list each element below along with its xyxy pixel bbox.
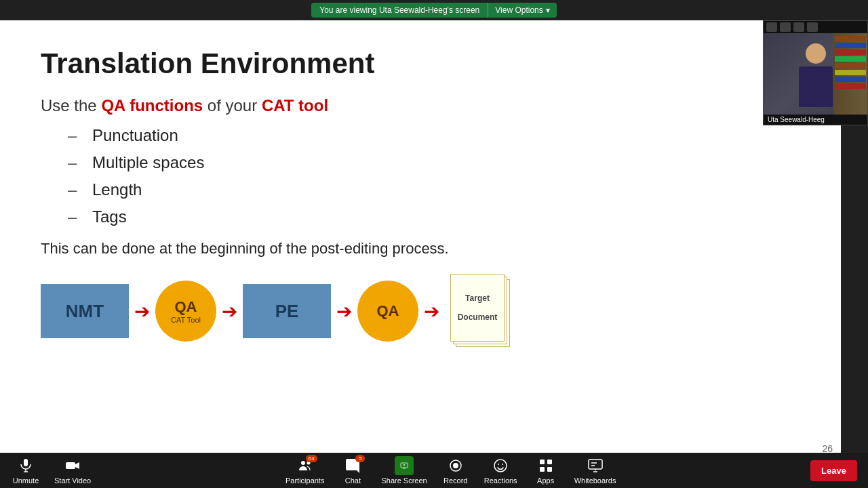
target-doc-line2: Document: [458, 312, 498, 322]
bullet-list: – Punctuation – Multiple spaces – Length…: [68, 126, 800, 226]
qa1-label: QA: [175, 298, 197, 316]
bullet-text: Punctuation: [92, 126, 178, 145]
qa-circle: QA: [357, 281, 418, 342]
slide-content: Translation Environment Use the QA funct…: [0, 20, 841, 460]
arrow-icon: ➔: [134, 300, 150, 323]
bookshelf: [833, 33, 867, 115]
bullet-dash: –: [68, 126, 81, 145]
unmute-icon-area: [16, 456, 35, 475]
bullet-dash: –: [68, 153, 81, 172]
participants-icon-area: 64: [296, 456, 315, 475]
svg-point-10: [498, 464, 499, 465]
share-screen-button[interactable]: Share Screen: [381, 456, 427, 485]
list-item: – Multiple spaces: [68, 153, 800, 172]
person-head: [806, 43, 826, 64]
process-diagram: NMT ➔ QA CAT Tool ➔ PE ➔ QA ➔ Target: [41, 274, 800, 348]
video-name-label: Uta Seewald-Heeg: [764, 115, 867, 125]
reactions-label: Reactions: [484, 476, 517, 485]
person-body: [799, 66, 833, 107]
svg-rect-15: [547, 467, 552, 472]
reactions-icon-area: [491, 456, 510, 475]
arrow-icon: ➔: [336, 300, 352, 323]
arrow-icon: ➔: [424, 300, 439, 323]
chat-button[interactable]: 5 Chat: [338, 456, 368, 485]
record-button[interactable]: Record: [441, 456, 471, 485]
svg-point-4: [301, 461, 305, 465]
list-item: – Length: [68, 180, 800, 199]
whiteboards-button[interactable]: Whiteboards: [574, 456, 616, 485]
arrow-icon: ➔: [222, 300, 237, 323]
subtitle-prefix: Use the: [41, 96, 101, 115]
reactions-button[interactable]: Reactions: [484, 456, 517, 485]
svg-rect-14: [540, 467, 545, 472]
pe-label: PE: [275, 301, 299, 322]
target-doc-line1: Target: [465, 293, 490, 303]
slide-subtitle: Use the QA functions of your CAT tool: [41, 96, 800, 115]
start-video-label: Start Video: [54, 476, 91, 485]
subtitle-cat: CAT tool: [262, 96, 328, 115]
apps-label: Apps: [537, 476, 554, 485]
video-overlay: Uta Seewald-Heeg: [763, 20, 868, 125]
record-icon: [448, 458, 464, 474]
svg-rect-0: [24, 459, 28, 466]
video-toolbar-btn-4[interactable]: [807, 22, 818, 32]
slide-title: Translation Environment: [41, 47, 800, 80]
participants-label: Participants: [285, 476, 324, 485]
participants-button[interactable]: 64 Participants: [285, 456, 324, 485]
subtitle-middle: of your: [203, 96, 262, 115]
whiteboards-icon-area: [586, 456, 605, 475]
toolbar-left-group: Unmute Start Video: [11, 456, 91, 485]
qa2-label: QA: [377, 302, 399, 320]
video-toolbar: [764, 21, 867, 33]
start-video-button[interactable]: Start Video: [54, 456, 91, 485]
chat-badge: 5: [355, 455, 365, 462]
leave-button[interactable]: Leave: [810, 460, 857, 481]
document-stack: Target Document: [450, 274, 511, 348]
chevron-down-icon: ▾: [546, 5, 550, 15]
bottom-toolbar: Unmute Start Video 64: [0, 453, 868, 488]
svg-point-9: [494, 460, 507, 472]
nmt-box: NMT: [41, 284, 129, 338]
participants-badge: 64: [306, 455, 317, 462]
video-person-area: [764, 33, 867, 115]
unmute-label: Unmute: [13, 476, 39, 485]
share-screen-icon: [400, 458, 408, 474]
bullet-dash: –: [68, 207, 81, 226]
qa-cat-circle: QA CAT Tool: [155, 281, 216, 342]
target-document: Target Document: [450, 274, 511, 348]
bullet-text: Multiple spaces: [92, 153, 204, 172]
chat-label: Chat: [345, 476, 361, 485]
nmt-label: NMT: [66, 301, 104, 322]
svg-point-11: [502, 464, 503, 465]
person-silhouette: [795, 43, 836, 104]
toolbar-right-group: Leave: [810, 460, 857, 481]
record-label: Record: [443, 476, 467, 485]
whiteboards-icon: [587, 458, 604, 474]
svg-rect-12: [540, 460, 545, 464]
bullet-text: Length: [92, 180, 142, 199]
microphone-icon: [18, 458, 34, 474]
record-icon-area: [446, 456, 465, 475]
video-toolbar-btn-2[interactable]: [780, 22, 791, 32]
doc-page-front: Target Document: [450, 274, 505, 342]
post-editing-text: This can be done at the beginning of the…: [41, 240, 800, 258]
top-notification-bar: You are viewing Uta Seewald-Heeg's scree…: [0, 0, 868, 20]
video-toolbar-btn-3[interactable]: [793, 22, 804, 32]
apps-button[interactable]: Apps: [531, 456, 561, 485]
list-item: – Punctuation: [68, 126, 800, 145]
apps-icon: [538, 458, 554, 474]
video-toolbar-btn-1[interactable]: [766, 22, 777, 32]
svg-point-8: [453, 463, 458, 468]
share-screen-label: Share Screen: [381, 476, 427, 485]
subtitle-qa: QA functions: [101, 96, 203, 115]
list-item: – Tags: [68, 207, 800, 226]
unmute-button[interactable]: Unmute: [11, 456, 41, 485]
apps-icon-area: [536, 456, 555, 475]
share-screen-icon-area: [395, 456, 414, 475]
video-camera-icon: [64, 458, 81, 474]
view-options-button[interactable]: View Options ▾: [488, 3, 556, 18]
pe-box: PE: [243, 284, 331, 338]
svg-rect-16: [589, 460, 602, 469]
viewing-notice-label: You are viewing Uta Seewald-Heeg's scree…: [311, 3, 488, 18]
qa1-sub: CAT Tool: [171, 316, 201, 324]
